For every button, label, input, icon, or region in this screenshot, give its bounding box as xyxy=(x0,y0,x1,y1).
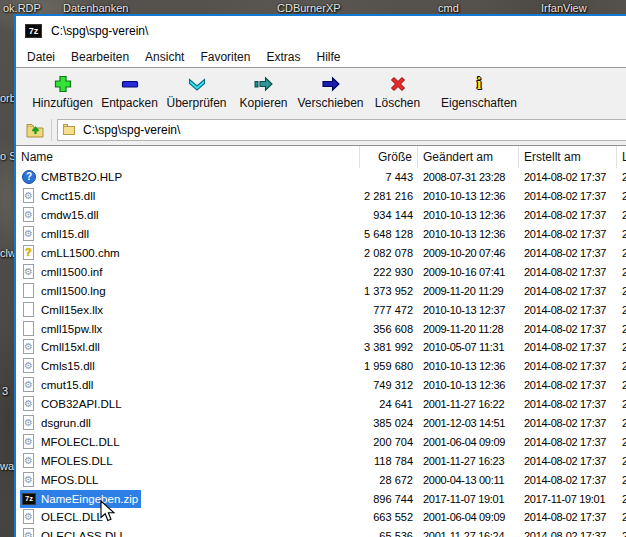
table-row[interactable]: cmll1500.lng 1 373 952 2009-11-20 11:29 … xyxy=(16,281,626,300)
dll-file-icon xyxy=(21,396,37,412)
file-list: Name Größe Geändert am Erstellt am L CMB… xyxy=(16,145,626,537)
dll-file-icon xyxy=(21,358,37,374)
dll-file-icon xyxy=(21,207,37,223)
dll-file-icon xyxy=(21,453,37,469)
table-row[interactable]: OLECLASS.DLL 65 536 2001-11-27 16:24 201… xyxy=(16,527,626,537)
address-bar: C:\spg\spg-verein\ xyxy=(16,114,626,145)
column-header-accessed[interactable]: L xyxy=(617,146,626,168)
plain-file-icon xyxy=(21,283,37,299)
column-header-size[interactable]: Größe xyxy=(360,146,418,168)
table-row[interactable]: cmdw15.dll 934 144 2010-10-13 12:36 2014… xyxy=(16,206,626,225)
copy-button[interactable]: Kopieren xyxy=(230,68,297,114)
mouse-cursor xyxy=(100,500,116,523)
dll-file-icon xyxy=(21,188,37,204)
folder-icon xyxy=(63,124,76,135)
menu-datei[interactable]: Datei xyxy=(19,48,63,66)
file-rows: CMBTB2O.HLP 7 443 2008-07-31 23:28 2014-… xyxy=(16,168,626,537)
delete-button[interactable]: Löschen xyxy=(364,68,431,114)
menu-ansicht[interactable]: Ansicht xyxy=(137,48,192,66)
table-row[interactable]: Cmls15.dll 1 959 680 2010-10-13 12:36 20… xyxy=(16,357,626,376)
folder-up-icon xyxy=(25,121,45,139)
menu-hilfe[interactable]: Hilfe xyxy=(308,48,348,66)
folder-up-button[interactable] xyxy=(22,118,48,142)
help-file-icon xyxy=(21,169,37,185)
move-button[interactable]: Verschieben xyxy=(297,68,364,114)
properties-button[interactable]: i Eigenschaften xyxy=(431,68,527,114)
table-row[interactable]: MFOLES.DLL 118 784 2001-11-27 16:23 2014… xyxy=(16,451,626,470)
7zip-app-icon: 7z xyxy=(25,24,42,38)
inf-file-icon xyxy=(21,264,37,280)
dll-file-icon xyxy=(21,472,37,488)
table-row[interactable]: CMBTB2O.HLP 7 443 2008-07-31 23:28 2014-… xyxy=(16,168,626,187)
toolbar: Hinzufügen Entpacken Überprüfen Kopieren… xyxy=(16,68,626,114)
test-chevron-icon xyxy=(187,73,207,95)
desktop-icon-label[interactable]: IrfanView xyxy=(541,2,587,14)
desktop-icon-label[interactable]: CDBurnerXP xyxy=(277,2,341,14)
title-bar[interactable]: 7z C:\spg\spg-verein\ xyxy=(16,16,626,46)
info-icon: i xyxy=(477,73,482,95)
delete-x-icon xyxy=(388,73,408,95)
desktop-icon-label[interactable]: 3 xyxy=(2,385,8,397)
table-row[interactable]: Cmll15xl.dll 3 381 992 2010-05-07 11:31 … xyxy=(16,338,626,357)
plain-file-icon xyxy=(21,302,37,318)
table-row[interactable]: dsgrun.dll 385 024 2001-12-03 14:51 2014… xyxy=(16,414,626,433)
table-row[interactable]: cmut15.dll 749 312 2010-10-13 12:36 2014… xyxy=(16,376,626,395)
dll-file-icon xyxy=(21,434,37,450)
dll-file-icon xyxy=(21,509,37,525)
menu-extras[interactable]: Extras xyxy=(258,48,308,66)
desktop-icon-label[interactable]: Datenbanken xyxy=(63,2,128,14)
dll-file-icon xyxy=(21,528,37,537)
table-row[interactable]: cmll15pw.llx 356 608 2009-11-20 11:28 20… xyxy=(16,319,626,338)
extract-minus-icon xyxy=(120,73,140,95)
extract-button[interactable]: Entpacken xyxy=(96,68,163,114)
window-title: C:\spg\spg-verein\ xyxy=(51,24,148,38)
chm-file-icon xyxy=(21,245,37,261)
plain-file-icon xyxy=(21,321,37,337)
desktop-icon-label[interactable]: ok.RDP xyxy=(3,2,41,14)
desktop-icon-label[interactable]: wa xyxy=(0,460,14,472)
table-row[interactable]: cmLL1500.chm 2 082 078 2009-10-20 07:46 … xyxy=(16,244,626,263)
table-row[interactable]: COB32API.DLL 24 641 2001-11-27 16:22 201… xyxy=(16,395,626,414)
menu-bearbeiten[interactable]: Bearbeiten xyxy=(63,48,137,66)
add-button[interactable]: Hinzufügen xyxy=(29,68,96,114)
add-plus-icon xyxy=(53,73,73,95)
table-row[interactable]: MFOS.DLL 28 672 2000-04-13 00:11 2014-08… xyxy=(16,470,626,489)
copy-arrow-icon xyxy=(253,73,275,95)
column-header-modified[interactable]: Geändert am xyxy=(418,146,519,168)
dll-file-icon xyxy=(21,226,37,242)
zip-7z-file-icon xyxy=(21,491,37,507)
column-header-name[interactable]: Name xyxy=(16,146,360,168)
address-divider xyxy=(51,119,52,141)
test-button[interactable]: Überprüfen xyxy=(163,68,230,114)
table-row[interactable]: cmll15.dll 5 648 128 2010-10-13 12:36 20… xyxy=(16,225,626,244)
desktop-icon-label[interactable]: cmd xyxy=(438,2,459,14)
table-row[interactable]: Cmll15ex.llx 777 472 2010-10-13 12:37 20… xyxy=(16,300,626,319)
address-path-text: C:\spg\spg-verein\ xyxy=(83,123,180,137)
dll-file-icon xyxy=(21,377,37,393)
table-row[interactable]: Cmct15.dll 2 281 216 2010-10-13 12:36 20… xyxy=(16,187,626,206)
address-path-combobox[interactable]: C:\spg\spg-verein\ xyxy=(57,119,626,141)
column-header-row: Name Größe Geändert am Erstellt am L xyxy=(16,146,626,168)
move-arrow-icon xyxy=(320,73,342,95)
dll-file-icon xyxy=(21,415,37,431)
column-header-created[interactable]: Erstellt am xyxy=(519,146,617,168)
table-row[interactable]: MFOLECL.DLL 200 704 2001-06-04 09:09 201… xyxy=(16,432,626,451)
menu-bar: Datei Bearbeiten Ansicht Favoriten Extra… xyxy=(16,46,626,67)
menu-favoriten[interactable]: Favoriten xyxy=(192,48,258,66)
dll-file-icon xyxy=(21,339,37,355)
seven-zip-window: 7z C:\spg\spg-verein\ Datei Bearbeiten A… xyxy=(14,14,626,537)
table-row[interactable]: cmll1500.inf 222 930 2009-10-16 07:41 20… xyxy=(16,262,626,281)
